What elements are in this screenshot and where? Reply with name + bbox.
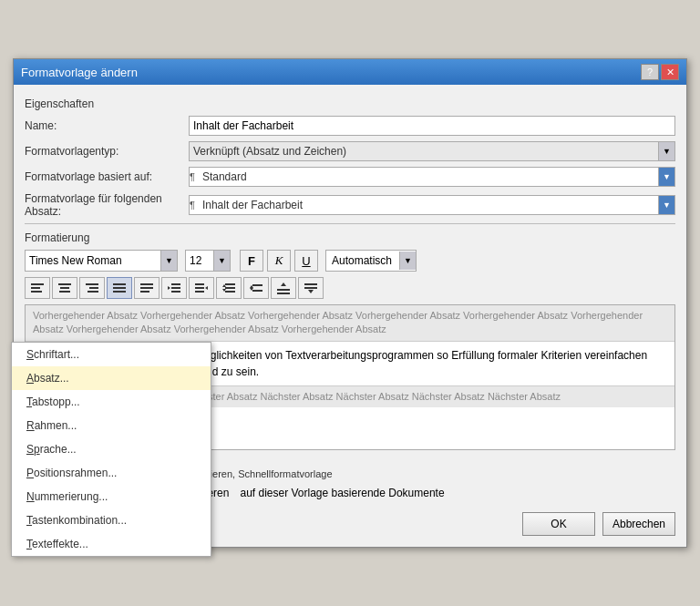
title-bar-buttons: ? ✕ [641,64,679,80]
svg-rect-4 [60,287,69,289]
based-on-icon: ¶ [190,171,195,182]
format-section: Formatierung Times New Roman ▼ 12 ▼ F K … [25,231,675,299]
svg-rect-35 [304,283,317,285]
font-name: Times New Roman [26,252,160,269]
menu-item-positionsrahmen[interactable]: Positionsrahmen... [12,461,211,485]
para-spacing-down-btn[interactable] [298,277,324,299]
indent-right-btn[interactable] [189,277,214,299]
dialog-title: Formatvorlage ändern [21,66,138,79]
italic-button[interactable]: K [267,250,291,272]
svg-rect-8 [88,291,98,293]
based-on-arrow[interactable]: ▼ [658,168,674,186]
title-bar: Formatvorlage ändern ? ✕ [14,59,686,85]
svg-rect-29 [252,290,262,292]
menu-item-texteffekte[interactable]: Texteffekte... [12,532,211,556]
color-dropdown[interactable]: Automatisch ▼ [325,250,417,272]
svg-rect-21 [195,291,204,293]
cancel-button[interactable]: Abbrechen [602,512,675,536]
size-dropdown[interactable]: 12 ▼ [185,250,231,272]
font-dropdown[interactable]: Times New Roman ▼ [25,250,178,272]
align-left-btn[interactable] [25,277,50,299]
svg-rect-6 [86,283,98,285]
svg-marker-37 [308,290,314,293]
align-right-btn[interactable] [79,277,105,299]
indent-left-btn[interactable] [161,277,187,299]
svg-rect-36 [304,287,317,289]
type-label: Formatvorlagentyp: [25,145,189,158]
para-spacing-up-btn[interactable] [271,277,296,299]
svg-marker-18 [168,286,170,290]
type-dropdown[interactable]: Verknüpft (Absatz und Zeichen) ▼ [189,141,675,161]
svg-marker-22 [205,286,208,290]
next-dropdown[interactable]: ¶ Inhalt der Facharbeit ▼ [189,195,675,215]
font-size: 12 [186,252,213,269]
format-dialog: Formatvorlage ändern ? ✕ Eigenschaften N… [13,58,687,548]
align-justify-btn[interactable] [107,277,132,299]
svg-rect-7 [89,287,98,289]
svg-rect-9 [113,283,126,285]
svg-rect-14 [140,291,149,293]
ok-cancel-buttons: OK Abbrechen [522,512,675,536]
svg-rect-13 [140,287,153,289]
svg-rect-32 [277,289,290,291]
next-row: Formatvorlage für folgenden Absatz: ¶ In… [25,192,675,218]
size-arrow[interactable]: ▼ [213,251,230,271]
color-arrow[interactable]: ▼ [399,252,416,270]
menu-item-sprache[interactable]: Sprache... [12,437,211,461]
font-row: Times New Roman ▼ 12 ▼ F K U Automatisch… [25,250,675,272]
line-spacing2-btn[interactable] [243,277,269,299]
divider [25,223,675,224]
based-on-dropdown[interactable]: ¶ Standard ▼ [189,167,675,187]
next-value: Inhalt der Facharbeit [199,197,658,213]
bold-button[interactable]: F [240,250,263,272]
menu-item-absatz[interactable]: Absatz... [12,366,211,390]
menu-item-tastenkombination[interactable]: Tastenkombination... [12,508,211,532]
align-center-btn[interactable] [52,277,77,299]
svg-rect-23 [225,283,235,285]
menu-item-nummerierung[interactable]: Nummerierung... [12,485,211,508]
svg-rect-17 [171,291,180,293]
next-icon: ¶ [190,200,195,211]
menu-item-tabstopp[interactable]: Tabstopp... [12,390,211,414]
ok-button[interactable]: OK [522,512,595,536]
svg-rect-20 [195,287,204,289]
type-arrow[interactable]: ▼ [658,142,674,160]
based-on-row: Formatvorlage basiert auf: ¶ Standard ▼ [25,167,675,187]
svg-rect-25 [225,291,235,293]
svg-rect-11 [113,291,126,293]
svg-rect-33 [277,293,290,294]
menu-item-schriftart[interactable]: Schriftart... [12,343,211,366]
type-row: Formatvorlagentyp: Verknüpft (Absatz und… [25,141,675,161]
svg-rect-5 [59,291,70,293]
svg-rect-19 [195,283,204,285]
svg-rect-12 [140,283,153,285]
svg-rect-24 [225,287,235,289]
underline-button[interactable]: U [294,250,318,272]
color-value: Automatisch [326,252,399,269]
next-arrow[interactable]: ▼ [658,196,674,214]
align-row [25,277,675,299]
svg-rect-0 [31,283,44,285]
svg-rect-10 [113,287,126,289]
name-row: Name: [25,116,675,136]
docs-label: auf dieser Vorlage basierende Dokumente [240,487,444,499]
name-input[interactable] [189,116,675,136]
help-button[interactable]: ? [641,64,659,80]
type-value: Verknüpft (Absatz und Zeichen) [190,143,658,159]
svg-rect-16 [171,287,180,289]
font-arrow[interactable]: ▼ [160,251,177,271]
line-spacing1-btn[interactable] [216,277,242,299]
based-on-label: Formatvorlage basiert auf: [25,170,189,183]
format-dropdown-menu: Schriftart... Absatz... Tabstopp... Rahm… [11,342,211,557]
preview-prev-text: Vorhergehender Absatz Vorhergehender Abs… [26,305,674,342]
svg-rect-3 [58,283,71,285]
svg-rect-1 [31,287,40,289]
svg-marker-34 [281,282,286,286]
based-on-value: Standard [199,169,658,185]
svg-rect-28 [252,284,262,286]
menu-item-rahmen[interactable]: Rahmen... [12,414,211,437]
formatting-section-label: Formatierung [25,231,675,244]
svg-rect-2 [31,291,42,293]
align-distribute-btn[interactable] [134,277,160,299]
close-button[interactable]: ✕ [661,64,679,80]
